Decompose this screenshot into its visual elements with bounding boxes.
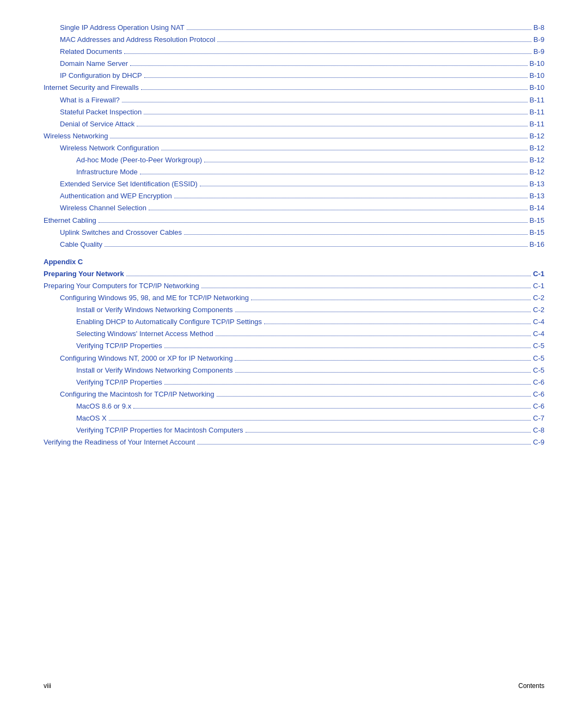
- toc-entry-title[interactable]: Uplink Switches and Crossover Cables: [60, 227, 182, 239]
- toc-row[interactable]: Ad-hoc Mode (Peer-to-Peer Workgroup)B-12: [44, 154, 544, 166]
- toc-row[interactable]: Internet Security and FirewallsB-10: [44, 82, 544, 94]
- toc-entry-dots: [200, 186, 528, 186]
- appendix-c-section-dots: [126, 276, 531, 276]
- toc-entry-page: B-11: [530, 94, 544, 106]
- toc-row[interactable]: Verifying TCP/IP Properties for Macintos…: [44, 424, 544, 436]
- toc-entry-title[interactable]: MacOS 8.6 or 9.x: [76, 400, 131, 412]
- toc-entry-page: B-10: [530, 58, 544, 70]
- appendix-c-section-title[interactable]: Preparing Your Network: [44, 268, 124, 280]
- toc-entry-title[interactable]: Denial of Service Attack: [60, 118, 134, 130]
- toc-entry-page: C-8: [533, 424, 544, 436]
- toc-entry-dots: [174, 198, 528, 198]
- toc-row[interactable]: Single IP Address Operation Using NATB-8: [44, 22, 544, 34]
- toc-entry-title[interactable]: Configuring the Macintosh for TCP/IP Net…: [60, 388, 215, 400]
- toc-row[interactable]: Verifying TCP/IP PropertiesC-6: [44, 376, 544, 388]
- toc-row[interactable]: Selecting Windows' Internet Access Metho…: [44, 328, 544, 340]
- toc-row[interactable]: Authentication and WEP EncryptionB-13: [44, 190, 544, 202]
- toc-row[interactable]: Wireless Channel SelectionB-14: [44, 202, 544, 214]
- toc-entry-dots: [235, 360, 531, 361]
- toc-row[interactable]: Infrastructure ModeB-12: [44, 166, 544, 178]
- toc-entry-page: B-9: [534, 34, 544, 46]
- toc-entry-dots: [197, 444, 531, 445]
- toc-entry-title[interactable]: Related Documents: [60, 46, 122, 58]
- toc-row[interactable]: Wireless Network ConfigurationB-12: [44, 142, 544, 154]
- toc-row[interactable]: Wireless NetworkingB-12: [44, 130, 544, 142]
- toc-row[interactable]: IP Configuration by DHCPB-10: [44, 70, 544, 82]
- toc-entry-title[interactable]: Cable Quality: [60, 239, 102, 251]
- toc-entry-title[interactable]: Ethernet Cabling: [44, 215, 96, 227]
- toc-row[interactable]: Preparing Your Computers for TCP/IP Netw…: [44, 280, 544, 292]
- toc-entry-title[interactable]: Verifying the Readiness of Your Internet…: [44, 436, 195, 448]
- toc-entry-page: B-15: [530, 215, 544, 227]
- toc-entry-title[interactable]: Configuring Windows NT, 2000 or XP for I…: [60, 352, 232, 364]
- toc-entry-title[interactable]: Verifying TCP/IP Properties: [76, 376, 162, 388]
- toc-table: Single IP Address Operation Using NATB-8…: [44, 22, 544, 448]
- toc-entry-dots: [204, 162, 528, 162]
- toc-entry-title[interactable]: Stateful Packet Inspection: [60, 106, 142, 118]
- toc-entry-page: C-6: [533, 400, 544, 412]
- toc-entry-page: B-8: [534, 22, 544, 34]
- toc-row[interactable]: Extended Service Set Identification (ESS…: [44, 178, 544, 190]
- toc-row[interactable]: Install or Verify Windows Networking Com…: [44, 304, 544, 316]
- toc-entry-title[interactable]: Install or Verify Windows Networking Com…: [76, 364, 233, 376]
- toc-row[interactable]: Ethernet CablingB-15: [44, 215, 544, 227]
- toc-row[interactable]: Configuring Windows NT, 2000 or XP for I…: [44, 352, 544, 364]
- toc-entry-title[interactable]: Verifying TCP/IP Properties: [76, 340, 162, 352]
- toc-entry-title[interactable]: MAC Addresses and Address Resolution Pro…: [60, 34, 215, 46]
- toc-row[interactable]: Configuring the Macintosh for TCP/IP Net…: [44, 388, 544, 400]
- toc-row[interactable]: Verifying TCP/IP PropertiesC-5: [44, 340, 544, 352]
- appendix-c-section-row[interactable]: Preparing Your NetworkC-1: [44, 268, 544, 280]
- toc-entry-dots: [141, 89, 528, 90]
- toc-entry-title[interactable]: What is a Firewall?: [60, 94, 120, 106]
- toc-entry-title[interactable]: Configuring Windows 95, 98, and ME for T…: [60, 292, 249, 304]
- toc-row[interactable]: MacOS XC-7: [44, 412, 544, 424]
- toc-entry-title[interactable]: Infrastructure Mode: [76, 166, 138, 178]
- toc-entry-title[interactable]: Single IP Address Operation Using NAT: [60, 22, 185, 34]
- toc-entry-title[interactable]: Authentication and WEP Encryption: [60, 190, 172, 202]
- toc-entry-title[interactable]: Verifying TCP/IP Properties for Macintos…: [76, 424, 243, 436]
- toc-entry-title[interactable]: Selecting Windows' Internet Access Metho…: [76, 328, 213, 340]
- toc-entry-page: C-4: [533, 328, 544, 340]
- toc-row[interactable]: MacOS 8.6 or 9.xC-6: [44, 400, 544, 412]
- toc-row[interactable]: Enabling DHCP to Automatically Configure…: [44, 316, 544, 328]
- toc-entry-dots: [164, 384, 531, 385]
- toc-entry-page: B-14: [530, 202, 544, 214]
- toc-entry-page: B-15: [530, 227, 544, 239]
- footer-page-number: viii: [44, 682, 51, 690]
- toc-entry-page: C-5: [533, 340, 544, 352]
- toc-entry-page: C-6: [533, 388, 544, 400]
- toc-row[interactable]: Related DocumentsB-9: [44, 46, 544, 58]
- toc-row[interactable]: What is a Firewall?B-11: [44, 94, 544, 106]
- toc-entry-title[interactable]: IP Configuration by DHCP: [60, 70, 142, 82]
- toc-row[interactable]: MAC Addresses and Address Resolution Pro…: [44, 34, 544, 46]
- toc-entry-dots: [217, 41, 531, 42]
- toc-entry-title[interactable]: Enabling DHCP to Automatically Configure…: [76, 316, 262, 328]
- toc-row[interactable]: Cable QualityB-16: [44, 239, 544, 251]
- toc-entry-page: C-1: [533, 280, 544, 292]
- toc-entry-dots: [264, 324, 531, 324]
- toc-row[interactable]: Stateful Packet InspectionB-11: [44, 106, 544, 118]
- toc-row[interactable]: Verifying the Readiness of Your Internet…: [44, 436, 544, 448]
- toc-entry-page: B-10: [530, 70, 544, 82]
- toc-entry-title[interactable]: Install or Verify Windows Networking Com…: [76, 304, 233, 316]
- toc-entry-dots: [144, 114, 527, 114]
- toc-entry-title[interactable]: MacOS X: [76, 412, 107, 424]
- toc-entry-title[interactable]: Domain Name Server: [60, 58, 128, 70]
- toc-row[interactable]: Denial of Service AttackB-11: [44, 118, 544, 130]
- toc-entry-dots: [246, 432, 531, 433]
- toc-entry-title[interactable]: Wireless Channel Selection: [60, 202, 146, 214]
- toc-entry-title[interactable]: Extended Service Set Identification (ESS…: [60, 178, 198, 190]
- toc-row[interactable]: Configuring Windows 95, 98, and ME for T…: [44, 292, 544, 304]
- toc-entry-dots: [109, 420, 531, 421]
- toc-entry-title[interactable]: Ad-hoc Mode (Peer-to-Peer Workgroup): [76, 154, 202, 166]
- toc-row[interactable]: Install or Verify Windows Networking Com…: [44, 364, 544, 376]
- toc-row[interactable]: Uplink Switches and Crossover CablesB-15: [44, 227, 544, 239]
- toc-entry-dots: [251, 300, 531, 300]
- toc-entry-page: B-16: [530, 239, 544, 251]
- toc-entry-title[interactable]: Preparing Your Computers for TCP/IP Netw…: [44, 280, 199, 292]
- toc-row[interactable]: Domain Name ServerB-10: [44, 58, 544, 70]
- toc-entry-title[interactable]: Internet Security and Firewalls: [44, 82, 139, 94]
- toc-entry-title[interactable]: Wireless Network Configuration: [60, 142, 159, 154]
- toc-entry-dots: [235, 372, 531, 373]
- toc-entry-title[interactable]: Wireless Networking: [44, 130, 108, 142]
